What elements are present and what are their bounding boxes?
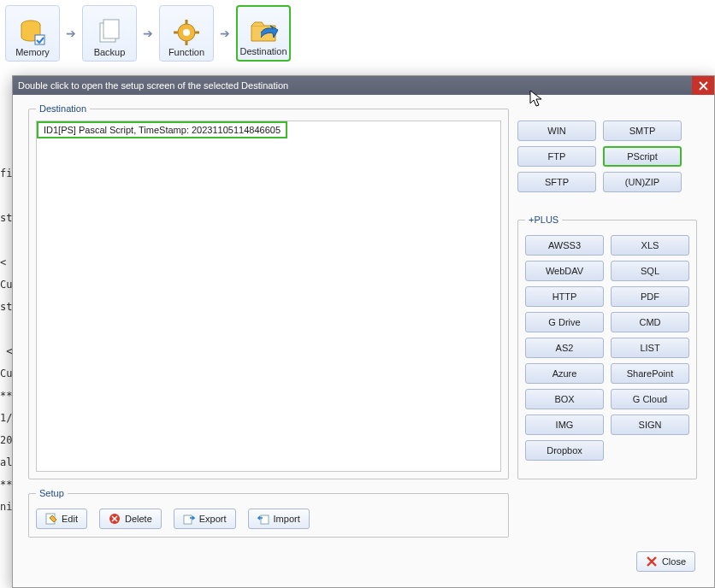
dest-btn-gcloud[interactable]: G Cloud bbox=[611, 389, 689, 409]
dialog-titlebar: Double click to open the setup screen of… bbox=[13, 76, 714, 95]
toolbar-destination[interactable]: Destination bbox=[236, 5, 291, 62]
button-label: SharePoint bbox=[627, 368, 673, 379]
edit-icon bbox=[45, 513, 57, 525]
export-button[interactable]: Export bbox=[174, 509, 236, 529]
destination-list[interactable]: ID1[PS] Pascal Script, TimeStamp: 202311… bbox=[36, 121, 501, 472]
dest-btn-sql[interactable]: SQL bbox=[611, 261, 689, 281]
button-label: Dropbox bbox=[547, 445, 582, 456]
button-label: PScript bbox=[627, 151, 657, 162]
plus-legend: +PLUS bbox=[525, 215, 562, 225]
button-label: G Drive bbox=[548, 317, 580, 327]
dest-btn-unzip[interactable]: (UN)ZIP bbox=[603, 172, 682, 192]
button-label: XLS bbox=[641, 240, 659, 250]
dest-btn-webdav[interactable]: WebDAV bbox=[525, 261, 604, 281]
dialog-title: Double click to open the setup screen of… bbox=[18, 80, 288, 91]
toolbar-function[interactable]: Function bbox=[159, 5, 214, 62]
button-label: (UN)ZIP bbox=[625, 177, 659, 187]
dest-btn-azure[interactable]: Azure bbox=[525, 363, 604, 384]
dest-btn-sign[interactable]: SIGN bbox=[611, 415, 689, 435]
destination-fieldset: Destination ID1[PS] Pascal Script, TimeS… bbox=[28, 103, 509, 479]
button-label: Delete bbox=[125, 514, 152, 524]
svg-rect-12 bbox=[184, 515, 192, 524]
dest-btn-ftp[interactable]: FTP bbox=[517, 146, 596, 167]
delete-button[interactable]: Delete bbox=[99, 509, 162, 529]
button-label: PDF bbox=[641, 291, 659, 302]
plus-buttons-grid: AWSS3 XLS WebDAV SQL HTTP PDF G Drive CM… bbox=[525, 235, 689, 461]
button-label: IMG bbox=[556, 420, 574, 430]
dest-btn-gdrive[interactable]: G Drive bbox=[525, 312, 604, 332]
button-label: CMD bbox=[639, 317, 660, 327]
button-label: AS2 bbox=[556, 343, 574, 353]
close-icon bbox=[699, 81, 708, 91]
button-label: SQL bbox=[641, 266, 659, 276]
arrow-icon: ➔ bbox=[63, 26, 79, 41]
dest-btn-xls[interactable]: XLS bbox=[611, 235, 689, 256]
button-label: Edit bbox=[62, 514, 78, 524]
destination-type-top-buttons: WIN SMTP FTP PScript SFTP (UN)ZIP bbox=[517, 121, 697, 192]
button-label: HTTP bbox=[552, 291, 577, 302]
dest-btn-awss3[interactable]: AWSS3 bbox=[525, 235, 604, 256]
toolbar-label: Destination bbox=[239, 46, 287, 56]
dest-btn-dropbox[interactable]: Dropbox bbox=[525, 440, 604, 461]
destination-list-item[interactable]: ID1[PS] Pascal Script, TimeStamp: 202311… bbox=[37, 121, 287, 138]
button-label: FTP bbox=[548, 151, 566, 162]
import-icon bbox=[257, 513, 269, 525]
export-icon bbox=[183, 513, 195, 525]
dest-btn-box[interactable]: BOX bbox=[525, 389, 604, 409]
dialog-close-x[interactable] bbox=[692, 76, 714, 95]
import-button[interactable]: Import bbox=[248, 509, 310, 529]
arrow-icon: ➔ bbox=[217, 26, 233, 41]
dest-btn-list[interactable]: LIST bbox=[611, 338, 689, 358]
documents-icon bbox=[95, 18, 124, 47]
button-label: WIN bbox=[547, 126, 565, 136]
dest-btn-pdf[interactable]: PDF bbox=[611, 286, 689, 307]
dest-btn-sftp[interactable]: SFTP bbox=[517, 172, 596, 192]
close-icon bbox=[646, 556, 658, 567]
folder-arrow-icon bbox=[249, 17, 278, 46]
setup-legend: Setup bbox=[36, 488, 68, 498]
dest-btn-as2[interactable]: AS2 bbox=[525, 338, 604, 358]
button-label: Import bbox=[274, 514, 300, 524]
setup-buttons-row: Edit Delete Export Import bbox=[36, 505, 501, 529]
arrow-icon: ➔ bbox=[140, 26, 156, 41]
dest-btn-smtp[interactable]: SMTP bbox=[603, 121, 682, 141]
button-label: BOX bbox=[554, 394, 574, 404]
wizard-toolbar: Memory ➔ Backup ➔ Function ➔ Destination bbox=[5, 5, 291, 62]
button-label: G Cloud bbox=[633, 394, 667, 404]
dest-btn-pscript[interactable]: PScript bbox=[603, 146, 682, 167]
delete-icon bbox=[109, 513, 121, 525]
database-icon bbox=[18, 18, 47, 47]
svg-rect-13 bbox=[261, 515, 269, 524]
plus-fieldset: +PLUS AWSS3 XLS WebDAV SQL HTTP PDF G Dr… bbox=[517, 215, 697, 479]
svg-point-5 bbox=[183, 29, 190, 36]
destination-legend: Destination bbox=[36, 103, 90, 114]
dest-btn-sharepoint[interactable]: SharePoint bbox=[611, 363, 689, 384]
toolbar-label: Memory bbox=[15, 47, 50, 57]
button-label: AWSS3 bbox=[548, 240, 581, 250]
dest-btn-win[interactable]: WIN bbox=[517, 121, 596, 141]
edit-button[interactable]: Edit bbox=[36, 509, 87, 529]
toolbar-label: Backup bbox=[94, 47, 126, 57]
gear-icon bbox=[172, 18, 201, 47]
destination-dialog: Double click to open the setup screen of… bbox=[12, 75, 715, 588]
button-label: LIST bbox=[640, 343, 659, 353]
dest-btn-cmd[interactable]: CMD bbox=[611, 312, 689, 332]
button-label: Export bbox=[199, 514, 227, 524]
toolbar-memory[interactable]: Memory bbox=[5, 5, 60, 62]
close-button[interactable]: Close bbox=[636, 551, 695, 572]
button-label: SFTP bbox=[545, 177, 569, 187]
button-label: Close bbox=[662, 556, 686, 567]
dialog-content: Destination ID1[PS] Pascal Script, TimeS… bbox=[13, 95, 714, 587]
setup-fieldset: Setup Edit Delete Export Import bbox=[28, 488, 509, 538]
dest-btn-img[interactable]: IMG bbox=[525, 415, 604, 435]
button-label: SIGN bbox=[639, 420, 662, 430]
dest-btn-http[interactable]: HTTP bbox=[525, 286, 604, 307]
button-label: Azure bbox=[552, 368, 577, 379]
toolbar-label: Function bbox=[168, 47, 204, 57]
button-label: WebDAV bbox=[546, 266, 583, 276]
svg-rect-3 bbox=[103, 20, 119, 38]
button-label: SMTP bbox=[629, 126, 656, 136]
toolbar-backup[interactable]: Backup bbox=[82, 5, 137, 62]
